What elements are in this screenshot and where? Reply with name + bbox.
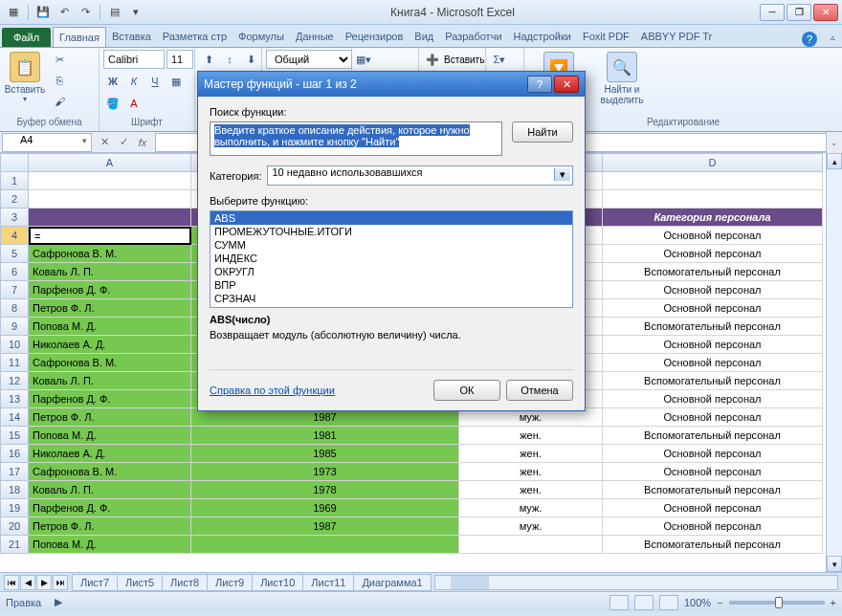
column-header[interactable]: D: [603, 153, 823, 172]
help-link[interactable]: Справка по этой функции: [210, 385, 335, 396]
cell[interactable]: 1987: [191, 517, 459, 536]
row-header[interactable]: 19: [0, 499, 29, 517]
cell[interactable]: Основной персонал: [603, 336, 823, 354]
restore-button[interactable]: ❐: [787, 4, 811, 21]
function-list-item[interactable]: СРЗНАЧ: [210, 292, 572, 305]
cell[interactable]: жен.: [459, 463, 603, 481]
ribbon-tab[interactable]: Foxit PDF: [577, 27, 635, 47]
find-select-button[interactable]: 🔍 Найти и выделить: [593, 50, 651, 105]
cell[interactable]: Основной персонал: [603, 299, 823, 318]
cell[interactable]: [603, 172, 823, 190]
cell[interactable]: Основной персонал: [603, 390, 823, 408]
last-sheet-button[interactable]: ⏭: [53, 575, 68, 590]
row-header[interactable]: 15: [0, 427, 29, 445]
row-header[interactable]: 2: [0, 190, 29, 209]
underline-button[interactable]: Ч: [145, 72, 165, 91]
ribbon-minimize-icon[interactable]: ▵: [823, 28, 842, 47]
row-header[interactable]: 20: [0, 517, 29, 536]
dialog-help-button[interactable]: ?: [527, 76, 552, 93]
row-header[interactable]: 10: [0, 336, 29, 354]
redo-icon[interactable]: ↷: [76, 3, 95, 22]
function-list-item[interactable]: ВПР: [210, 278, 572, 292]
sheet-tab[interactable]: Лист8: [162, 574, 208, 591]
function-list[interactable]: ABSПРОМЕЖУТОЧНЫЕ.ИТОГИСУММИНДЕКСОКРУГЛВП…: [210, 210, 573, 308]
cell[interactable]: Парфенов Д. Ф.: [29, 390, 191, 408]
row-header[interactable]: 21: [0, 536, 29, 554]
close-button[interactable]: ✕: [813, 4, 838, 21]
first-sheet-button[interactable]: ⏮: [4, 575, 19, 590]
cell[interactable]: Коваль Л. П.: [29, 372, 191, 390]
row-header[interactable]: 16: [0, 445, 29, 463]
cell[interactable]: Николаев А. Д.: [29, 336, 191, 354]
ok-button[interactable]: ОК: [433, 380, 500, 401]
vertical-scrollbar[interactable]: ▴ ▾: [826, 153, 842, 572]
expand-formula-bar-icon[interactable]: ⌄: [826, 132, 842, 153]
minimize-button[interactable]: ─: [760, 4, 785, 21]
ribbon-tab[interactable]: Надстройки: [508, 27, 577, 47]
cell[interactable]: Петров Ф. Л.: [29, 517, 191, 536]
row-header[interactable]: 17: [0, 463, 29, 481]
cell[interactable]: муж.: [459, 499, 603, 517]
cell[interactable]: Парфенов Д. Ф.: [29, 499, 191, 517]
cell[interactable]: муж.: [459, 517, 603, 536]
row-header[interactable]: 9: [0, 318, 29, 336]
row-header[interactable]: 7: [0, 281, 29, 299]
cancel-formula-icon[interactable]: ✕: [96, 134, 113, 151]
fx-icon[interactable]: fx: [134, 134, 151, 151]
row-header[interactable]: 3: [0, 209, 29, 227]
border-button[interactable]: ▦: [166, 72, 186, 91]
name-box[interactable]: A4: [2, 133, 92, 152]
bold-button[interactable]: Ж: [103, 72, 122, 91]
row-header[interactable]: 13: [0, 390, 29, 408]
cell[interactable]: Николаев А. Д.: [29, 445, 191, 463]
row-header[interactable]: 5: [0, 245, 29, 263]
cell[interactable]: жен.: [459, 445, 603, 463]
scroll-down-icon[interactable]: ▾: [827, 556, 842, 572]
align-middle-button[interactable]: ↕: [220, 50, 239, 69]
row-header[interactable]: 14: [0, 408, 29, 427]
cell[interactable]: [29, 209, 191, 227]
cell[interactable]: Попова М. Д.: [29, 318, 191, 336]
number-format-select[interactable]: Общий: [266, 50, 352, 69]
cell[interactable]: жен.: [459, 481, 603, 499]
next-sheet-button[interactable]: ▶: [36, 575, 52, 590]
font-color-button[interactable]: A: [124, 94, 144, 113]
cell[interactable]: Сафронова В. М.: [29, 354, 191, 372]
cell[interactable]: Вспомогательный персонал: [603, 372, 823, 390]
cell[interactable]: Попова М. Д.: [29, 536, 191, 554]
format-painter-icon[interactable]: 🖌: [50, 92, 69, 111]
ribbon-tab[interactable]: Данные: [290, 27, 340, 47]
select-all-button[interactable]: [0, 153, 29, 172]
sheet-tab[interactable]: Лист11: [302, 574, 354, 591]
function-list-item[interactable]: ИНДЕКС: [210, 252, 572, 265]
ribbon-tab[interactable]: Рецензиров: [340, 27, 410, 47]
function-list-item[interactable]: ABS: [210, 211, 572, 225]
sheet-tab[interactable]: Лист5: [117, 574, 163, 591]
scroll-up-icon[interactable]: ▴: [827, 153, 842, 169]
cell[interactable]: Петров Ф. Л.: [29, 299, 191, 318]
ribbon-tab[interactable]: ABBYY PDF Tr: [635, 27, 718, 47]
fill-color-button[interactable]: 🪣: [103, 94, 122, 113]
cell[interactable]: Сафронова В. М.: [29, 245, 191, 263]
cell[interactable]: 1969: [191, 499, 459, 517]
autosum-button[interactable]: Σ▾: [490, 50, 509, 69]
ribbon-tab[interactable]: Вставка: [106, 27, 157, 47]
search-input[interactable]: Введите краткое описание действия, котор…: [210, 121, 502, 156]
page-break-view-button[interactable]: [659, 595, 678, 610]
cell[interactable]: [459, 536, 603, 554]
cell[interactable]: =: [29, 227, 191, 245]
ribbon-tab[interactable]: Формулы: [233, 27, 290, 47]
scroll-thumb[interactable]: [451, 576, 489, 589]
row-header[interactable]: 4: [0, 227, 29, 245]
cell[interactable]: Основной персонал: [603, 354, 823, 372]
cell[interactable]: Основной персонал: [603, 517, 823, 536]
function-list-item[interactable]: ПРОМЕЖУТОЧНЫЕ.ИТОГИ: [210, 225, 572, 238]
dialog-close-button[interactable]: ✕: [554, 76, 579, 93]
function-list-item[interactable]: СУММ: [210, 238, 572, 252]
sheet-tab[interactable]: Лист10: [252, 574, 303, 591]
cell[interactable]: Вспомогательный персонал: [603, 318, 823, 336]
sheet-tab[interactable]: Лист7: [72, 574, 118, 591]
cell[interactable]: 1973: [191, 463, 459, 481]
cancel-button[interactable]: Отмена: [506, 380, 573, 401]
find-button[interactable]: Найти: [512, 121, 573, 143]
